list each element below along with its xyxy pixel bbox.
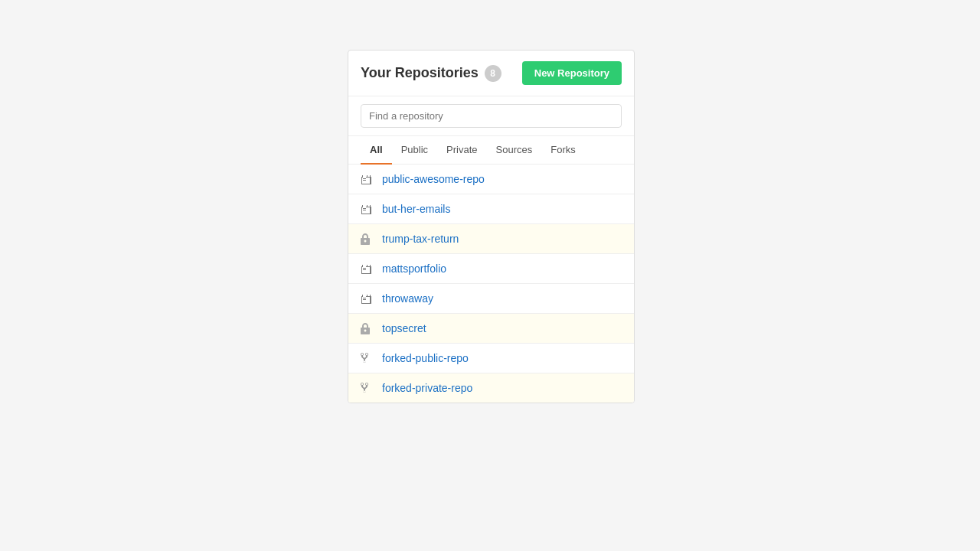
- list-item[interactable]: mattsportfolio: [348, 254, 634, 284]
- fork-icon: [361, 352, 374, 364]
- book-icon: [361, 292, 374, 305]
- repo-link[interactable]: topsecret: [382, 322, 426, 334]
- page: Your Repositories 8 New Repository All P…: [0, 0, 980, 551]
- tab-private[interactable]: Private: [437, 136, 486, 165]
- repo-link[interactable]: forked-private-repo: [382, 382, 472, 394]
- new-repository-button[interactable]: New Repository: [522, 61, 622, 85]
- book-icon: [361, 173, 374, 185]
- repo-link[interactable]: forked-public-repo: [382, 352, 469, 364]
- repo-link[interactable]: mattsportfolio: [382, 262, 446, 275]
- panel-header: Your Repositories 8 New Repository: [348, 51, 634, 96]
- repo-link[interactable]: public-awesome-repo: [382, 173, 485, 185]
- list-item[interactable]: but-her-emails: [348, 194, 634, 224]
- search-container: [348, 96, 634, 136]
- list-item[interactable]: public-awesome-repo: [348, 165, 634, 194]
- panel-title: Your Repositories: [361, 65, 479, 81]
- filter-tabs: All Public Private Sources Forks: [348, 136, 634, 165]
- title-group: Your Repositories 8: [361, 65, 501, 82]
- list-item[interactable]: forked-private-repo: [348, 373, 634, 403]
- tab-public[interactable]: Public: [392, 136, 437, 165]
- repositories-panel: Your Repositories 8 New Repository All P…: [348, 50, 635, 403]
- fork-icon: [361, 382, 374, 394]
- list-item[interactable]: forked-public-repo: [348, 344, 634, 373]
- repo-count-badge: 8: [485, 65, 501, 82]
- list-item[interactable]: topsecret: [348, 314, 634, 344]
- book-icon: [361, 262, 374, 275]
- book-icon: [361, 203, 374, 215]
- tab-all[interactable]: All: [361, 136, 392, 165]
- lock-icon: [361, 322, 374, 334]
- lock-icon: [361, 233, 374, 245]
- list-item[interactable]: trump-tax-return: [348, 224, 634, 254]
- repo-link[interactable]: throwaway: [382, 292, 433, 305]
- search-input[interactable]: [361, 104, 622, 128]
- repo-link[interactable]: trump-tax-return: [382, 233, 459, 245]
- repo-link[interactable]: but-her-emails: [382, 203, 450, 215]
- repo-list: public-awesome-repo but-her-emails trump…: [348, 165, 634, 403]
- tab-forks[interactable]: Forks: [541, 136, 585, 165]
- list-item[interactable]: throwaway: [348, 284, 634, 314]
- tab-sources[interactable]: Sources: [487, 136, 542, 165]
